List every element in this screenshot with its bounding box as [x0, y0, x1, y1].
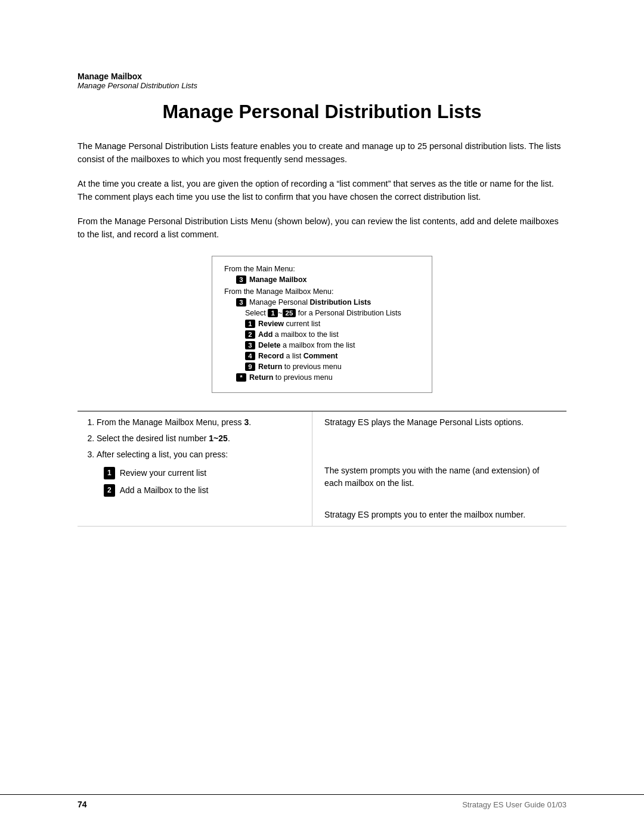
page-title: Manage Personal Distribution Lists	[78, 101, 566, 123]
response-add: Stratagy ES prompts you to enter the mai…	[324, 509, 559, 521]
steps-list: From the Manage Mailbox Menu, press 3. S…	[85, 416, 305, 497]
footer: 74 Stratagy ES User Guide 01/03	[0, 794, 644, 809]
list-item: From the Manage Mailbox Menu, press 3.	[97, 416, 305, 429]
menu-item-9: 9 Return to previous menu	[224, 363, 420, 371]
menu-from-main-label: From the Main Menu:	[224, 265, 420, 273]
breadcrumb-current: Manage Personal Distribution Lists	[78, 81, 566, 90]
list-item: Select the desired list number 1~25.	[97, 432, 305, 445]
sub-steps: 1 Review your current list 2 Add a Mailb…	[104, 467, 305, 497]
breadcrumb-parent: Manage Mailbox	[78, 72, 566, 81]
response-1: Stratagy ES plays the Manage Personal Li…	[324, 416, 559, 429]
responses-cell: Stratagy ES plays the Manage Personal Li…	[312, 411, 566, 527]
sub-step-1-label: Review your current list	[120, 467, 207, 479]
page-container: Manage Mailbox Manage Personal Distribut…	[0, 0, 644, 833]
menu-item-1: 1 Review current list	[224, 320, 420, 328]
breadcrumb: Manage Mailbox Manage Personal Distribut…	[78, 72, 566, 90]
menu-select-range: Select 1~25 for a Personal Distribution …	[224, 309, 420, 317]
menu-item-2: 2 Add a mailbox to the list	[224, 330, 420, 339]
steps-cell: From the Manage Mailbox Menu, press 3. S…	[78, 411, 312, 527]
steps-table-section: From the Manage Mailbox Menu, press 3. S…	[78, 411, 566, 527]
footer-guide-title: Stratagy ES User Guide 01/03	[462, 800, 566, 809]
paragraph-3: From the Manage Personal Distribution Li…	[78, 215, 566, 241]
menu-item-star: * Return to previous menu	[224, 373, 420, 382]
menu-item-4: 4 Record a list Comment	[224, 352, 420, 360]
list-item: After selecting a list, you can press: 1…	[97, 448, 305, 497]
menu-main-item: 3 Manage Mailbox	[224, 275, 420, 284]
sub-step-2: 2 Add a Mailbox to the list	[104, 484, 305, 497]
menu-item-3: 3 Delete a mailbox from the list	[224, 341, 420, 349]
menu-manage-item: 3 Manage Personal Distribution Lists	[224, 298, 420, 306]
footer-page-number: 74	[78, 800, 87, 809]
sub-step-1: 1 Review your current list	[104, 467, 305, 479]
steps-table: From the Manage Mailbox Menu, press 3. S…	[78, 411, 566, 527]
paragraph-2: At the time you create a list, you are g…	[78, 177, 566, 204]
response-review: The system prompts you with the name (an…	[324, 465, 559, 490]
paragraph-1: The Manage Personal Distribution Lists f…	[78, 140, 566, 166]
menu-from-manage-label: From the Manage Mailbox Menu:	[224, 287, 420, 296]
table-row-steps: From the Manage Mailbox Menu, press 3. S…	[78, 411, 566, 527]
menu-box: From the Main Menu: 3 Manage Mailbox Fro…	[212, 256, 432, 393]
sub-step-2-label: Add a Mailbox to the list	[120, 484, 209, 497]
content-area: Manage Mailbox Manage Personal Distribut…	[0, 0, 644, 574]
